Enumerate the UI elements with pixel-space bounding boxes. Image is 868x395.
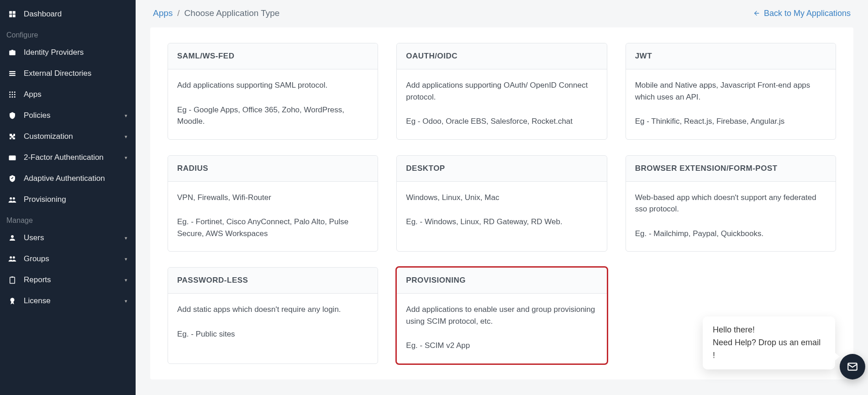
svg-point-10	[9, 94, 11, 95]
sidebar: Dashboard Configure Identity Providers E…	[0, 0, 136, 395]
back-to-applications-link[interactable]: Back to My Applications	[753, 9, 851, 18]
card-desc: Add applications to enable user and grou…	[406, 304, 597, 327]
sidebar-item-label: Provisioning	[24, 195, 129, 204]
card-header: DESKTOP	[397, 156, 606, 182]
svg-point-18	[13, 197, 15, 200]
svg-point-7	[9, 91, 11, 93]
list-icon	[6, 68, 18, 79]
app-type-cards: SAML/WS-FED Add applications supporting …	[168, 43, 836, 364]
sidebar-section-manage: Manage	[0, 210, 136, 227]
award-icon	[6, 296, 18, 306]
chat-button[interactable]	[840, 354, 865, 379]
card-body: VPN, Firewalls, Wifi-Router Eg. - Fortin…	[168, 182, 378, 252]
puzzle-icon	[6, 132, 18, 142]
badge-123-icon	[6, 153, 18, 163]
svg-rect-2	[9, 15, 12, 17]
briefcase-icon	[6, 47, 18, 58]
svg-point-9	[14, 91, 16, 93]
dashboard-icon	[6, 9, 18, 19]
svg-point-8	[12, 91, 13, 93]
sidebar-item-label: Identity Providers	[24, 48, 129, 57]
svg-rect-5	[9, 73, 16, 74]
svg-rect-1	[13, 11, 16, 14]
card-title: SAML/WS-FED	[177, 52, 368, 61]
chevron-down-icon: ▾	[123, 298, 129, 304]
breadcrumb-apps-link[interactable]: Apps	[153, 8, 173, 18]
card-header: PROVISIONING	[397, 268, 606, 294]
card-header: RADIUS	[168, 156, 378, 182]
card-saml-wsfed[interactable]: SAML/WS-FED Add applications supporting …	[168, 43, 378, 140]
sidebar-item-adaptive-auth[interactable]: Adaptive Authentication	[0, 168, 136, 189]
sidebar-item-label: Reports	[24, 275, 123, 284]
sidebar-item-reports[interactable]: Reports ▾	[0, 269, 136, 290]
mail-icon	[847, 361, 858, 373]
card-desc: Web-based app which doesn't support any …	[635, 192, 826, 215]
card-example: Eg - Odoo, Oracle EBS, Salesforce, Rocke…	[406, 116, 597, 127]
chevron-down-icon: ▾	[123, 134, 129, 140]
sidebar-item-label: License	[24, 296, 123, 305]
sidebar-item-customization[interactable]: Customization ▾	[0, 126, 136, 147]
clipboard-icon	[6, 275, 18, 285]
svg-rect-4	[9, 71, 16, 72]
sync-users-icon	[6, 195, 18, 205]
card-title: PASSWORD-LESS	[177, 276, 368, 285]
sidebar-item-label: 2-Factor Authentication	[24, 153, 123, 162]
shield-check-icon	[6, 174, 18, 184]
sidebar-item-identity-providers[interactable]: Identity Providers	[0, 42, 136, 63]
sidebar-item-2fa[interactable]: 2-Factor Authentication ▾	[0, 147, 136, 168]
card-title: JWT	[635, 52, 826, 61]
card-example: Eg. - SCIM v2 App	[406, 340, 597, 352]
sidebar-item-apps[interactable]: Apps	[0, 84, 136, 105]
card-jwt[interactable]: JWT Mobile and Native apps, Javascript F…	[626, 43, 836, 140]
card-body: Web-based app which doesn't support any …	[626, 182, 836, 252]
chevron-down-icon: ▾	[123, 235, 129, 241]
back-link-label: Back to My Applications	[764, 9, 851, 18]
chat-tooltip: Hello there! Need Help? Drop us an email…	[703, 316, 835, 369]
svg-rect-0	[9, 11, 12, 14]
svg-point-11	[12, 94, 13, 95]
sidebar-item-provisioning[interactable]: Provisioning	[0, 189, 136, 210]
svg-point-13	[9, 96, 11, 98]
card-example: Eg - Google Apps, Office 365, Zoho, Word…	[177, 104, 368, 127]
chevron-down-icon: ▾	[123, 277, 129, 283]
sidebar-item-policies[interactable]: Policies ▾	[0, 105, 136, 126]
chevron-down-icon: ▾	[123, 113, 129, 119]
user-icon	[6, 233, 18, 243]
svg-point-17	[10, 197, 12, 200]
card-desc: Mobile and Native apps, Javascript Front…	[635, 79, 826, 103]
sidebar-item-external-directories[interactable]: External Directories	[0, 63, 136, 84]
sidebar-item-label: Adaptive Authentication	[24, 174, 129, 183]
card-body: Add applications supporting OAuth/ OpenI…	[397, 69, 606, 139]
card-body: Mobile and Native apps, Javascript Front…	[626, 69, 836, 139]
sidebar-item-groups[interactable]: Groups ▾	[0, 248, 136, 269]
card-example: Eg - Thinkific, React.js, Firebase, Angu…	[635, 116, 826, 127]
breadcrumb-separator: /	[177, 8, 179, 18]
card-title: BROWSER EXTENSION/FORM-POST	[635, 164, 826, 173]
svg-point-14	[12, 96, 13, 98]
sidebar-item-label: Users	[24, 233, 123, 242]
svg-point-12	[14, 94, 16, 95]
card-radius[interactable]: RADIUS VPN, Firewalls, Wifi-Router Eg. -…	[168, 155, 378, 252]
topbar: Apps / Choose Application Type Back to M…	[150, 0, 853, 27]
card-provisioning[interactable]: PROVISIONING Add applications to enable …	[396, 267, 607, 364]
sidebar-item-dashboard[interactable]: Dashboard	[0, 4, 136, 25]
chevron-down-icon: ▾	[123, 256, 129, 262]
card-desc: VPN, Firewalls, Wifi-Router	[177, 192, 368, 204]
card-passwordless[interactable]: PASSWORD-LESS Add static apps which does…	[168, 267, 378, 364]
sidebar-section-configure: Configure	[0, 25, 136, 42]
sidebar-item-license[interactable]: License ▾	[0, 290, 136, 311]
card-header: JWT	[626, 43, 836, 69]
card-title: DESKTOP	[406, 164, 597, 173]
svg-point-15	[14, 96, 16, 98]
card-browser-extension[interactable]: BROWSER EXTENSION/FORM-POST Web-based ap…	[626, 155, 836, 252]
card-oauth-oidc[interactable]: OAUTH/OIDC Add applications supporting O…	[396, 43, 607, 140]
svg-point-19	[11, 235, 14, 238]
card-title: RADIUS	[177, 164, 368, 173]
card-desc: Windows, Linux, Unix, Mac	[406, 192, 597, 204]
card-header: SAML/WS-FED	[168, 43, 378, 69]
card-desktop[interactable]: DESKTOP Windows, Linux, Unix, Mac Eg. - …	[396, 155, 607, 252]
breadcrumb: Apps / Choose Application Type	[153, 8, 279, 18]
card-example: Eg. - Public sites	[177, 328, 368, 340]
sidebar-item-users[interactable]: Users ▾	[0, 227, 136, 248]
card-desc: Add applications supporting OAuth/ OpenI…	[406, 79, 597, 103]
